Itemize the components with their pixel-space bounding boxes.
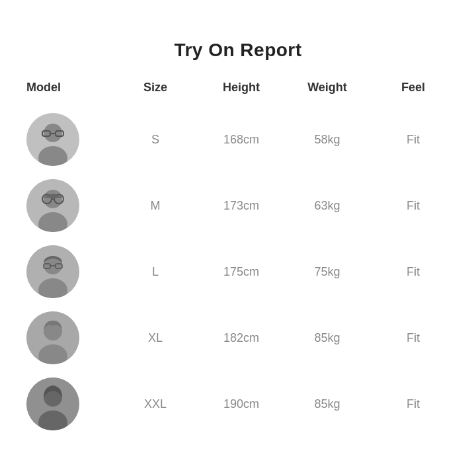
model-avatar-2 bbox=[20, 179, 112, 232]
size-xxl: XXL bbox=[112, 397, 198, 411]
weight-l: 75kg bbox=[284, 265, 370, 279]
feel-xxl: Fit bbox=[370, 397, 456, 411]
page-title: Try On Report bbox=[174, 40, 301, 61]
col-header-feel: Feel bbox=[370, 81, 456, 95]
model-avatar-1 bbox=[20, 113, 112, 166]
feel-l: Fit bbox=[370, 265, 456, 279]
feel-m: Fit bbox=[370, 199, 456, 213]
model-avatar-5 bbox=[20, 377, 112, 430]
feel-s: Fit bbox=[370, 133, 456, 147]
table-row: L 175cm 75kg Fit bbox=[20, 239, 456, 305]
feel-xl: Fit bbox=[370, 331, 456, 345]
table-row: XXL 190cm 85kg Fit bbox=[20, 371, 456, 437]
weight-s: 58kg bbox=[284, 133, 370, 147]
height-s: 168cm bbox=[198, 133, 284, 147]
size-xl: XL bbox=[112, 331, 198, 345]
model-avatar-4 bbox=[20, 311, 112, 364]
col-header-weight: Weight bbox=[284, 81, 370, 95]
col-header-model: Model bbox=[20, 81, 112, 95]
height-m: 173cm bbox=[198, 199, 284, 213]
weight-xl: 85kg bbox=[284, 331, 370, 345]
weight-xxl: 85kg bbox=[284, 397, 370, 411]
size-s: S bbox=[112, 133, 198, 147]
weight-m: 63kg bbox=[284, 199, 370, 213]
size-l: L bbox=[112, 265, 198, 279]
height-xl: 182cm bbox=[198, 331, 284, 345]
col-header-height: Height bbox=[198, 81, 284, 95]
size-m: M bbox=[112, 199, 198, 213]
height-l: 175cm bbox=[198, 265, 284, 279]
height-xxl: 190cm bbox=[198, 397, 284, 411]
model-avatar-3 bbox=[20, 245, 112, 298]
table-row: M 173cm 63kg Fit bbox=[20, 173, 456, 239]
try-on-table: Model Size Height Weight Feel S 168cm 58… bbox=[20, 81, 456, 437]
table-header: Model Size Height Weight Feel bbox=[20, 81, 456, 101]
table-row: XL 182cm 85kg Fit bbox=[20, 305, 456, 371]
col-header-size: Size bbox=[112, 81, 198, 95]
table-row: S 168cm 58kg Fit bbox=[20, 106, 456, 173]
